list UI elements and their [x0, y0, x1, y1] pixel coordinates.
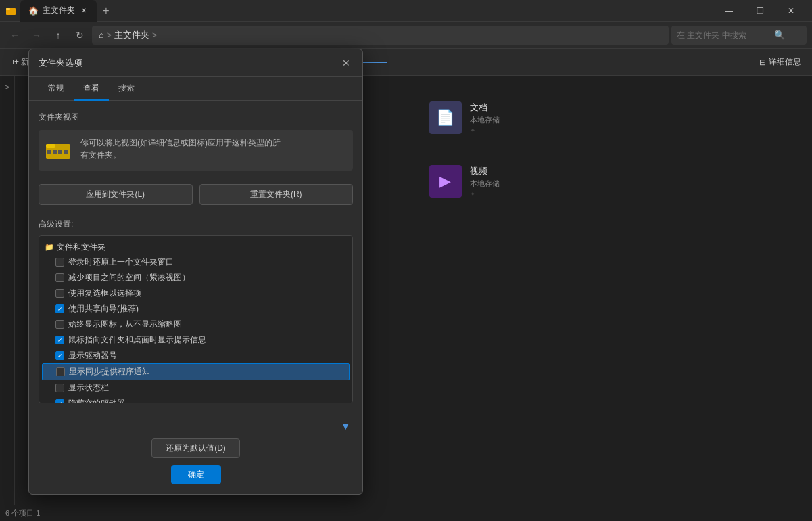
folder-preview-icon [45, 137, 72, 164]
tree-item-label-1: 减少项目之间的空间（紧凑视图） [68, 272, 190, 284]
checkbox-0[interactable] [55, 258, 64, 267]
restore-btn-row: 还原为默认值(D) [39, 438, 353, 458]
minimize-btn[interactable]: — [713, 0, 744, 22]
tree-item-6[interactable]: 显示驱动器号 [42, 348, 350, 363]
sidebar: > [0, 76, 15, 505]
checkbox-5[interactable] [55, 336, 64, 344]
checkbox-7[interactable] [56, 367, 65, 376]
svg-rect-4 [47, 150, 51, 154]
search-icon: 🔍 [774, 30, 785, 40]
title-bar: 🏠 主文件夹 ✕ + — ❐ ✕ [0, 0, 812, 22]
tree-item-5[interactable]: 鼠标指向文件夹和桌面时显示提示信息 [42, 332, 350, 348]
search-input[interactable] [677, 30, 771, 40]
dialog-tabs: 常规 查看 搜索 [29, 77, 362, 101]
tab-close-btn[interactable]: ✕ [79, 6, 89, 16]
folder-icon-docs: 📄 [429, 101, 462, 134]
details-btn[interactable]: ⊟ 详细信息 [754, 53, 807, 70]
dialog-close-btn[interactable]: ✕ [339, 56, 353, 70]
reset-folders-btn[interactable]: 重置文件夹(R) [199, 184, 354, 205]
folder-view-section: 你可以将此视图(如详细信息或图标)应用于这种类型的所有文件夹。 [39, 130, 353, 171]
tree-item-8[interactable]: 显示状态栏 [42, 380, 350, 396]
address-input[interactable]: ⌂ > 主文件夹 > [92, 26, 669, 45]
tree-item-label-0: 登录时还原上一个文件夹窗口 [68, 256, 174, 268]
svg-rect-5 [53, 150, 57, 154]
folder-name-docs: 文档 [470, 101, 500, 114]
dialog-titlebar: 文件夹选项 ✕ [29, 49, 362, 77]
address-bar: ← → ↑ ↻ ⌂ > 主文件夹 > 🔍 [0, 22, 812, 49]
folder-options-dialog: 文件夹选项 ✕ 常规 查看 搜索 文件夹视图 [28, 49, 363, 495]
back-btn[interactable]: ← [5, 26, 24, 45]
advanced-section: 高级设置: 📁 文件和文件夹 登录时还原上一个文件夹窗口 [39, 219, 353, 403]
tab-list: 🏠 主文件夹 ✕ + [20, 0, 713, 22]
tab-icon: 🏠 [28, 6, 39, 16]
tab-general[interactable]: 常规 [39, 77, 74, 101]
breadcrumb-label: 主文件夹 [114, 29, 149, 41]
svg-rect-3 [46, 144, 55, 148]
sidebar-toggle[interactable]: > [1, 81, 14, 93]
folder-sub-docs: 本地存储 [470, 115, 500, 125]
new-tab-btn[interactable]: + [97, 1, 116, 20]
apply-to-folders-btn[interactable]: 应用到文件夹(L) [39, 184, 193, 205]
main-area: > ⬇ 下载 本地存储 ✦ 📄 文档 本地存储 ✦ [0, 76, 812, 505]
close-btn[interactable]: ✕ [775, 0, 807, 22]
tree-category-label: 文件和文件夹 [57, 242, 105, 253]
status-label: 6 个项目 1 [5, 508, 40, 518]
scroll-hint-icon: ▼ [341, 421, 350, 432]
dialog-body: 文件夹视图 你可以将此视图(如详细信息或图标)应用于这种类型 [29, 101, 362, 414]
tree-item-7[interactable]: 显示同步提供程序通知 [42, 363, 350, 380]
details-icon: ⊟ [759, 58, 766, 67]
checkbox-6[interactable] [55, 351, 64, 360]
tree-item-label-3: 使用共享向导(推荐) [68, 303, 139, 315]
ok-btn[interactable]: 确定 [171, 465, 221, 484]
dialog-title: 文件夹选项 [39, 57, 82, 69]
tree-item-0[interactable]: 登录时还原上一个文件夹窗口 [42, 254, 350, 270]
tree-category: 📁 文件和文件夹 [42, 240, 350, 254]
tree-item-label-9: 隐藏空的驱动器 [68, 398, 125, 403]
tree-item-label-4: 始终显示图标，从不显示缩略图 [68, 319, 182, 330]
folder-info-docs: 文档 本地存储 ✦ [470, 101, 500, 134]
tab-view[interactable]: 查看 [74, 77, 109, 101]
tree-item-label-6: 显示驱动器号 [68, 350, 117, 361]
tree-item-4[interactable]: 始终显示图标，从不显示缩略图 [42, 317, 350, 332]
folder-video[interactable]: ▶ 视频 本地存储 ✦ [424, 160, 786, 203]
svg-rect-7 [64, 150, 68, 154]
tree-item-label-2: 使用复选框以选择项 [68, 288, 141, 299]
scroll-hint: ▼ [39, 421, 353, 432]
tree-item-3[interactable]: 使用共享向导(推荐) [42, 301, 350, 317]
content-area: ⬇ 下载 本地存储 ✦ 📄 文档 本地存储 ✦ ♫ 音乐 [15, 76, 812, 505]
svg-rect-1 [6, 8, 10, 10]
restore-defaults-btn[interactable]: 还原为默认值(D) [151, 438, 240, 458]
up-btn[interactable]: ↑ [49, 26, 68, 45]
ok-btn-row: 确定 [39, 465, 353, 484]
tab-search[interactable]: 搜索 [109, 77, 144, 101]
app-icon [5, 5, 16, 16]
folder-info-video: 视频 本地存储 ✦ [470, 165, 500, 198]
search-box[interactable]: 🔍 [671, 26, 807, 45]
tree-box[interactable]: 📁 文件和文件夹 登录时还原上一个文件夹窗口 减少项目之间的空间（紧凑视图） [39, 235, 353, 403]
tree-item-1[interactable]: 减少项目之间的空间（紧凑视图） [42, 270, 350, 286]
tree-item-9[interactable]: 隐藏空的驱动器 [42, 396, 350, 403]
folder-name-video: 视频 [470, 165, 500, 177]
checkbox-1[interactable] [55, 273, 64, 282]
tree-item-label-5: 鼠标指向文件夹和桌面时显示提示信息 [68, 334, 206, 346]
checkbox-2[interactable] [55, 289, 64, 298]
folder-icon-video: ▶ [429, 165, 462, 198]
checkbox-9[interactable] [55, 399, 64, 403]
checkbox-8[interactable] [55, 384, 64, 392]
window-controls: — ❐ ✕ [713, 0, 807, 22]
status-bar: 6 个项目 1 [0, 505, 812, 521]
folder-docs[interactable]: 📄 文档 本地存储 ✦ [424, 96, 786, 139]
folder-view-description: 你可以将此视图(如详细信息或图标)应用于这种类型的所有文件夹。 [80, 137, 281, 161]
tab-home[interactable]: 🏠 主文件夹 ✕ [20, 0, 97, 22]
checkbox-3[interactable] [55, 304, 64, 313]
tree-item-label-7: 显示同步提供程序通知 [69, 366, 150, 378]
checkbox-4[interactable] [55, 320, 64, 329]
maximize-btn[interactable]: ❐ [744, 0, 775, 22]
refresh-btn[interactable]: ↻ [70, 26, 89, 45]
advanced-title: 高级设置: [39, 219, 353, 230]
home-icon: ⌂ [99, 30, 104, 40]
tree-item-2[interactable]: 使用复选框以选择项 [42, 286, 350, 301]
folder-category-icon: 📁 [45, 243, 54, 252]
dialog-footer: ▼ 还原为默认值(D) 确定 [29, 414, 362, 494]
forward-btn[interactable]: → [27, 26, 46, 45]
